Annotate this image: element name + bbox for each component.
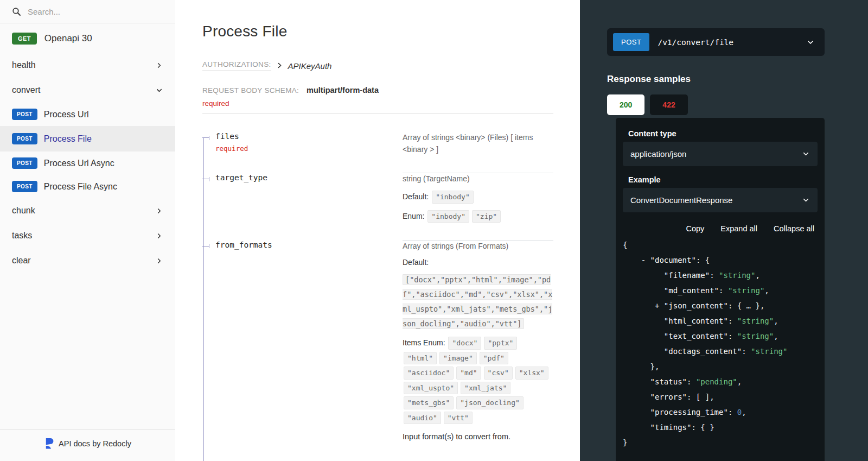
post-method-badge: POST	[12, 181, 37, 192]
redocly-attribution-link[interactable]: API docs by Redocly	[0, 429, 175, 461]
tree-connector	[202, 246, 209, 247]
post-method-badge: POST	[12, 157, 37, 169]
response-sample-panel: Content type application/json Example Co…	[616, 118, 825, 461]
sidebar-item-label: tasks	[12, 231, 32, 241]
required-flag: required	[202, 99, 553, 108]
enum-value-chip: "xlsx"	[515, 367, 548, 379]
sidebar-item-process-file[interactable]: POSTProcess File	[0, 126, 175, 151]
content-type-select[interactable]: application/json	[623, 142, 818, 166]
content-type-selected-value: application/json	[630, 149, 686, 159]
post-method-badge: POST	[12, 133, 37, 144]
sidebar-item-convert[interactable]: convert	[0, 78, 175, 103]
tab-200[interactable]: 200	[607, 94, 644, 115]
json-code-line: "status": "pending",	[623, 374, 818, 389]
field-type: Array of strings <binary> (Files) [ item…	[403, 132, 553, 155]
search-bar[interactable]	[0, 0, 175, 23]
sidebar-item-label: clear	[12, 256, 31, 266]
endpoint-selector[interactable]: POST /v1/convert/file	[607, 28, 825, 56]
chevron-right-icon	[155, 207, 163, 215]
enum-value-chip: "inbody"	[427, 210, 469, 223]
endpoint-path: /v1/convert/file	[658, 38, 733, 47]
field-name: from_formats	[215, 241, 272, 443]
example-label: Example	[628, 175, 818, 184]
default-value-chip: ["docx","pptx","html","image","pdf","asc…	[403, 274, 552, 329]
right-panel: POST /v1/convert/file Response samples 2…	[580, 0, 868, 461]
json-code-line: },	[623, 359, 818, 374]
content-type-label: Content type	[628, 129, 818, 138]
example-select[interactable]: ConvertDocumentResponse	[623, 188, 818, 212]
json-code-line: "doctags_content": "string"	[623, 344, 818, 359]
sidebar-item-label: convert	[12, 85, 40, 95]
sidebar-item-label: Process Url	[44, 110, 89, 119]
json-code-line: "md_content": "string",	[623, 283, 818, 298]
request-body-schema-label: REQUEST BODY SCHEMA:	[202, 86, 299, 94]
attribution-label: API docs by Redocly	[59, 439, 131, 448]
chevron-down-icon	[806, 38, 815, 47]
get-method-badge: GET	[12, 33, 37, 45]
sidebar-item-chunk[interactable]: chunk	[0, 198, 175, 223]
enum-value-chip: "image"	[439, 352, 477, 364]
response-tabs: 200 422	[607, 94, 825, 115]
field-row-target-type: target_type string (TargetName) Default:…	[202, 173, 553, 241]
search-input[interactable]	[27, 7, 164, 17]
enum-chip-list: "inbody""zip"	[426, 212, 502, 220]
authorizations-label: AUTHORIZATIONS:	[202, 60, 271, 71]
expand-all-button[interactable]: Expand all	[720, 224, 757, 233]
copy-button[interactable]: Copy	[686, 224, 704, 233]
redocly-logo-icon	[44, 438, 54, 449]
json-code-line: "html_content": "string",	[623, 313, 818, 329]
json-code-line: "text_content": "string",	[623, 329, 818, 344]
sidebar-item-label: health	[12, 60, 36, 70]
chevron-right-icon	[155, 232, 163, 240]
sidebar-item-label: Process File	[44, 134, 92, 144]
example-selected-value: ConvertDocumentResponse	[630, 195, 732, 205]
tree-connector	[202, 179, 209, 179]
main-content: Process File AUTHORIZATIONS: APIKeyAuth …	[175, 0, 580, 461]
enum-value-chip: "asciidoc"	[404, 367, 454, 379]
sidebar-item-process-url[interactable]: POSTProcess Url	[0, 103, 175, 126]
sidebar-item-openapi-30[interactable]: GET Openapi 30	[0, 23, 175, 53]
sidebar-item-label: Openapi 30	[44, 33, 92, 44]
page-title: Process File	[202, 23, 553, 40]
enum-value-chip: "mets_gbs"	[404, 396, 454, 409]
enum-value-chip: "audio"	[404, 412, 441, 424]
json-code-line: "timings": { }	[623, 420, 818, 435]
json-code-line: {	[623, 237, 818, 252]
field-name: target_type	[215, 173, 267, 241]
field-type: string (TargetName)	[403, 173, 553, 185]
default-label: Default:	[403, 192, 429, 201]
sidebar-item-clear[interactable]: clear	[0, 248, 175, 273]
json-code-line: + "json_content": { … },	[623, 298, 818, 313]
post-method-badge: POST	[613, 33, 649, 51]
json-code-line: - "document": {	[623, 252, 818, 268]
sidebar-item-process-file-async[interactable]: POSTProcess File Async	[0, 175, 175, 198]
enum-value-chip: "csv"	[484, 367, 513, 379]
sidebar-item-label: Process File Async	[44, 182, 117, 192]
json-sample-code: { - "document": { "filename": "string", …	[623, 237, 818, 450]
field-name: files	[215, 132, 248, 141]
post-method-badge: POST	[12, 109, 37, 120]
request-body-schema-row: REQUEST BODY SCHEMA: multipart/form-data	[202, 86, 553, 94]
sidebar-item-label: Process Url Async	[44, 159, 114, 168]
sidebar-item-health[interactable]: health	[0, 53, 175, 78]
default-value-chip: "inbody"	[432, 191, 474, 203]
enum-value-chip: "md"	[456, 367, 481, 379]
items-enum-label: Items Enum:	[403, 338, 445, 347]
sidebar-item-tasks[interactable]: tasks	[0, 223, 175, 248]
field-row-files: files required Array of strings <binary>…	[202, 132, 553, 173]
json-code-line: }	[623, 435, 818, 450]
chevron-down-icon	[155, 86, 163, 94]
enum-chip-list: "docx""pptx""html""image""pdf""asciidoc"…	[403, 338, 550, 421]
search-icon	[12, 7, 21, 16]
auth-scheme-link[interactable]: APIKeyAuth	[288, 61, 332, 71]
default-label: Default:	[403, 257, 553, 269]
sidebar-item-process-url-async[interactable]: POSTProcess Url Async	[0, 151, 175, 175]
enum-value-chip: "json_docling"	[456, 396, 524, 409]
enum-label: Enum:	[403, 212, 424, 220]
tab-422[interactable]: 422	[650, 94, 687, 115]
field-type: Array of strings (From Formats)	[403, 241, 553, 252]
collapse-all-button[interactable]: Collapse all	[774, 224, 814, 233]
enum-value-chip: "xml_jats"	[461, 382, 510, 394]
response-samples-title: Response samples	[607, 74, 825, 85]
field-description: Input format(s) to convert from.	[403, 431, 553, 443]
